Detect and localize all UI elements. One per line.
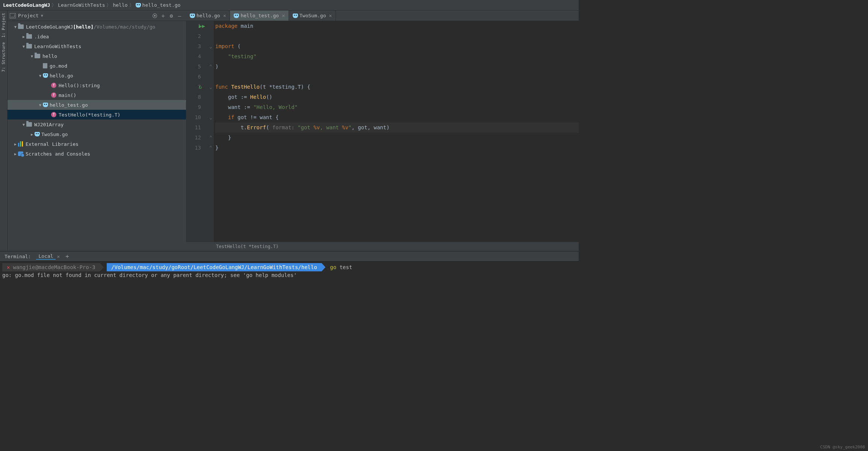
breadcrumb-item[interactable]: LeetCodeGoLangWJ xyxy=(3,2,50,8)
tree-arrow-icon[interactable]: ▶ xyxy=(13,142,18,146)
code-line[interactable]: want := "Hello, World" xyxy=(215,102,579,112)
locate-icon[interactable]: ⦿ xyxy=(151,13,159,19)
tree-arrow-icon[interactable]: ▼ xyxy=(13,25,18,29)
close-icon[interactable]: × xyxy=(223,13,226,18)
tree-row[interactable]: ▶Scratches and Consoles xyxy=(8,149,186,159)
editor-tab[interactable]: hello_test.go× xyxy=(230,11,289,21)
chevron-down-icon[interactable]: ▼ xyxy=(41,14,43,18)
terminal-body[interactable]: wangjie@macdeMacBook-Pro-3 /Volumes/mac/… xyxy=(0,262,579,280)
code-line[interactable]: ) xyxy=(215,62,579,72)
toolbar-tab-structure[interactable]: 7: Structure xyxy=(1,42,6,72)
expand-icon[interactable]: ÷ xyxy=(159,13,167,19)
go-file-icon xyxy=(136,3,141,8)
folder-icon xyxy=(18,24,24,29)
breadcrumb: LeetCodeGoLangWJ 〉 LearnGoWithTests 〉 he… xyxy=(0,0,579,11)
tree-arrow-icon[interactable]: ▼ xyxy=(21,123,26,127)
tree-arrow-icon[interactable]: ▼ xyxy=(29,54,35,58)
tree-arrow-icon[interactable]: ▼ xyxy=(38,74,43,78)
scratch-icon xyxy=(18,151,23,156)
tree-label: .idea xyxy=(34,34,49,39)
tree-arrow-icon[interactable]: ▶ xyxy=(13,152,18,156)
tree-row[interactable]: go.mod xyxy=(8,61,186,71)
code-body[interactable]: package main import ( "testing") func Te… xyxy=(214,21,579,242)
terminal-output: go: go.mod file not found in current dir… xyxy=(2,271,576,279)
run-gutter-icon[interactable]: ▶▶ xyxy=(199,21,205,31)
tree-label: hello.go xyxy=(50,73,73,79)
library-icon xyxy=(18,141,23,147)
tree-row[interactable]: ▼LeetCodeGoLangWJ [hello] /Volumes/mac/s… xyxy=(8,22,186,32)
tree-row[interactable]: ▼WJ201Array xyxy=(8,120,186,129)
code-editor[interactable]: ▶▶123456↻78910111213 ⌄⌃⌄⌄⌃⌃ package main… xyxy=(186,21,579,242)
tree-label: go.mod xyxy=(50,63,67,69)
go-file-icon xyxy=(43,73,48,78)
folder-icon xyxy=(35,54,40,58)
toolbar-tab-project[interactable]: 1: Project xyxy=(1,13,6,38)
project-tree[interactable]: ▼LeetCodeGoLangWJ [hello] /Volumes/mac/s… xyxy=(8,21,186,251)
code-line[interactable]: got := Hello() xyxy=(215,92,579,102)
project-panel-title[interactable]: Project xyxy=(18,13,39,18)
add-terminal-button[interactable]: ＋ xyxy=(64,253,70,260)
code-line[interactable]: } xyxy=(215,143,579,153)
terminal-path: /Volumes/mac/study/goRoot/LeetCodeGoLang… xyxy=(107,263,322,271)
tree-arrow-icon[interactable]: ▶ xyxy=(21,35,26,39)
editor-breadcrumb[interactable]: TestHello(t *testing.T) xyxy=(186,242,579,251)
code-line[interactable]: } xyxy=(215,133,579,143)
tree-row[interactable]: ▶.idea xyxy=(8,32,186,41)
code-line[interactable]: "testing" xyxy=(215,51,579,62)
tree-row[interactable]: fmain() xyxy=(8,90,186,100)
editor-area: hello.go×hello_test.go×TwoSum.go× ▶▶1234… xyxy=(186,11,579,251)
folder-icon xyxy=(26,34,32,39)
tree-arrow-icon[interactable]: ▼ xyxy=(38,103,43,107)
fold-gutter[interactable]: ⌄⌃⌄⌄⌃⌃ xyxy=(208,21,214,242)
tree-label: LeetCodeGoLangWJ xyxy=(26,24,73,30)
gear-icon[interactable]: ⚙ xyxy=(167,13,175,19)
tab-label: TwoSum.go xyxy=(299,13,326,18)
code-line[interactable] xyxy=(215,31,579,41)
tree-arrow-icon[interactable]: ▶ xyxy=(29,132,35,136)
go-file-icon xyxy=(43,103,48,107)
close-icon[interactable]: × xyxy=(57,254,60,259)
file-icon xyxy=(43,63,47,68)
tree-arrow-icon[interactable]: ▼ xyxy=(21,44,26,48)
tree-row[interactable]: ▶External Libraries xyxy=(8,139,186,149)
breadcrumb-item[interactable]: LearnGoWithTests xyxy=(58,2,105,8)
tree-label: Hello():string xyxy=(59,83,100,88)
code-line[interactable] xyxy=(215,72,579,82)
close-icon[interactable]: × xyxy=(329,13,332,18)
tab-label: hello_test.go xyxy=(240,13,279,18)
tree-row[interactable]: fTestHello(*testing.T) xyxy=(8,110,186,120)
code-line[interactable]: if got != want { xyxy=(215,112,579,123)
project-icon xyxy=(10,13,16,18)
run-gutter-icon[interactable]: ↻ xyxy=(199,82,202,92)
terminal-tab[interactable]: Local xyxy=(36,253,55,260)
tree-label: LearnGoWithTests xyxy=(34,44,81,49)
tree-label: WJ201Array xyxy=(34,122,64,127)
chevron-right-icon: 〉 xyxy=(106,2,111,9)
code-line[interactable]: t.Errorf( format: "got %v, want %v", got… xyxy=(215,123,579,133)
editor-tab[interactable]: TwoSum.go× xyxy=(289,11,336,21)
breadcrumb-item[interactable]: hello xyxy=(113,2,127,8)
terminal-panel: Terminal: Local× ＋ wangjie@macdeMacBook-… xyxy=(0,251,579,280)
tree-label: External Libraries xyxy=(26,141,79,147)
code-line[interactable]: func TestHello(t *testing.T) { xyxy=(215,82,579,92)
terminal-host: wangjie@macdeMacBook-Pro-3 xyxy=(2,263,100,271)
tree-row[interactable]: fHello():string xyxy=(8,80,186,90)
tree-label: hello_test.go xyxy=(50,102,88,108)
editor-tab[interactable]: hello.go× xyxy=(186,11,230,21)
breadcrumb-item[interactable]: hello_test.go xyxy=(142,2,181,8)
code-line[interactable]: package main xyxy=(215,21,579,31)
tree-label: main() xyxy=(59,92,76,98)
tree-row[interactable]: ▼hello.go xyxy=(8,71,186,80)
go-file-icon xyxy=(35,132,40,136)
tree-row[interactable]: ▼LearnGoWithTests xyxy=(8,41,186,51)
function-icon: f xyxy=(51,112,56,117)
terminal-command: go test xyxy=(330,264,352,270)
tree-row[interactable]: ▼hello_test.go xyxy=(8,100,186,110)
close-icon[interactable]: × xyxy=(282,13,285,18)
tree-row[interactable]: ▼hello xyxy=(8,51,186,61)
gutter[interactable]: ▶▶123456↻78910111213 xyxy=(186,21,208,242)
tree-row[interactable]: ▶TwoSum.go xyxy=(8,129,186,139)
code-line[interactable]: import ( xyxy=(215,41,579,51)
minimize-icon[interactable]: — xyxy=(175,13,184,19)
terminal-label: Terminal: xyxy=(5,254,31,259)
